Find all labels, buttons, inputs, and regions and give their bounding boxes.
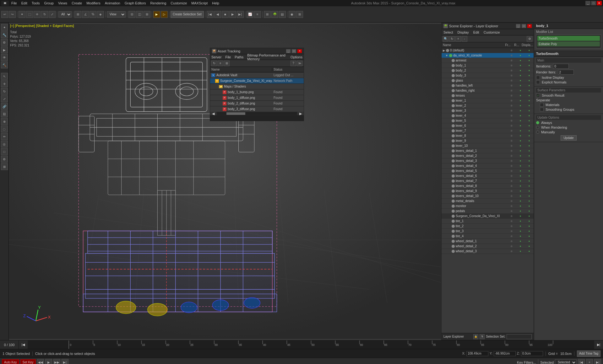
rotate-lt-btn[interactable]: ↻: [1, 88, 8, 95]
at-path-input[interactable]: [210, 115, 304, 121]
se-row-lever_6[interactable]: lever_6 ❄ ● ●: [442, 123, 534, 128]
auto-key-btn[interactable]: Auto Key: [2, 359, 19, 364]
se-row-body_2[interactable]: body_2 ❄ ● ●: [442, 68, 534, 73]
modify-panel-btn[interactable]: 🔧: [1, 31, 8, 38]
app-close-btn[interactable]: ✕: [597, 1, 602, 5]
se-row-lever_9[interactable]: lever_9 ❄ ● ●: [442, 138, 534, 143]
se-row-levers_detail_4[interactable]: levers_detail_4 ❄ ● ●: [442, 163, 534, 169]
rp-smoothing-checkbox[interactable]: [540, 108, 544, 111]
se-menu-customize[interactable]: Customize: [484, 30, 500, 34]
viewport[interactable]: [+] [Perspective] [Shaded + Edged Faces]…: [9, 23, 441, 340]
menu-graph-editors[interactable]: Graph Editors: [123, 1, 148, 5]
at-menu-file[interactable]: File: [225, 55, 231, 59]
x-coord-input[interactable]: [466, 351, 488, 356]
at-minimize-btn[interactable]: _: [286, 49, 291, 53]
se-row-lever_4[interactable]: lever_4 ❄ ● ●: [442, 113, 534, 118]
move-lt-btn[interactable]: ✛: [1, 80, 8, 87]
se-menu-edit[interactable]: Edit: [473, 30, 479, 34]
link-btn[interactable]: 🔗: [1, 103, 8, 110]
undo-btn[interactable]: ↩: [1, 11, 8, 18]
se-row-lever_3[interactable]: lever_3 ❄ ● ●: [442, 108, 534, 113]
quick-render-btn[interactable]: ▷: [161, 11, 168, 18]
se-row-levers_detail_5[interactable]: levers_detail_5 ❄ ● ●: [442, 169, 534, 174]
se-row-davinci[interactable]: ▼ da_vinci_XI_console ❄ ● ●: [442, 53, 534, 58]
se-row-tire_1[interactable]: tire_1 ❄ ● ●: [442, 219, 534, 224]
render-scene-btn[interactable]: ▶: [153, 11, 160, 18]
se-expand-btn[interactable]: +: [455, 36, 461, 42]
utilities-btn[interactable]: 🔨: [1, 62, 8, 68]
se-collapse-btn[interactable]: -: [462, 36, 467, 42]
move-btn[interactable]: ✛: [34, 11, 41, 18]
se-row-wheel_detail_1[interactable]: wheel_detail_1 ❄ ● ●: [442, 239, 534, 244]
scene-explorer-btn[interactable]: 🌳: [271, 11, 278, 18]
rp-manually-radio[interactable]: [536, 131, 539, 134]
key-next-btn[interactable]: ▶▶: [53, 359, 60, 364]
app-minimize-btn[interactable]: _: [585, 1, 590, 5]
at-scrollbar[interactable]: ◀ ▶: [210, 112, 304, 115]
app-restore-btn[interactable]: □: [591, 1, 596, 5]
isolate-btn[interactable]: ◎: [1, 141, 8, 147]
prev-key-btn[interactable]: |◀: [578, 359, 585, 364]
se-row-tire_3[interactable]: tire_3 ❄ ● ●: [442, 229, 534, 234]
se-row-wheel_detail_2[interactable]: wheel_detail_2 ❄ ● ●: [442, 244, 534, 249]
render-to-tex-btn[interactable]: □: [1, 148, 8, 155]
se-row-lever_7[interactable]: lever_7 ❄ ● ●: [442, 128, 534, 133]
paint-select-btn[interactable]: ✏: [1, 133, 8, 140]
at-row-maxfile[interactable]: M Surgeon_Console_Da_Vinci_XI_vray.max N…: [210, 78, 304, 84]
selection-set-input[interactable]: [507, 334, 532, 339]
se-row-levers_detail_6[interactable]: levers_detail_6 ❄ ● ●: [442, 174, 534, 179]
se-row-lever_8[interactable]: lever_8 ❄ ● ●: [442, 133, 534, 138]
select-region-btn[interactable]: ⬚: [26, 11, 33, 18]
rp-materials-checkbox[interactable]: [540, 103, 544, 107]
se-maximize-btn[interactable]: □: [522, 24, 526, 28]
at-row-maps[interactable]: 📁 Maps / Shaders: [210, 84, 304, 89]
se-row-glass[interactable]: glass ❄ ● ●: [442, 78, 534, 83]
rp-smooth-checkbox[interactable]: ✓: [536, 94, 540, 97]
se-row-levers_detail_9[interactable]: levers_detail_9 ❄ ● ●: [442, 189, 534, 194]
se-row-levers_detail_7[interactable]: levers_detail_7 ❄ ● ●: [442, 179, 534, 184]
se-tree[interactable]: ▶ 0 (default) ❄ ● ● ▼ da_vinci_XI_consol…: [442, 48, 534, 333]
motion-btn[interactable]: ▶: [1, 46, 8, 53]
scale-lt-btn[interactable]: ⤢: [1, 95, 8, 102]
menu-animation[interactable]: Animation: [103, 1, 122, 5]
ribbon-btn[interactable]: ▤: [279, 11, 286, 18]
at-menu-bitmap[interactable]: Bitmap Performance and Memory: [247, 53, 287, 61]
at-options-btn[interactable]: ≫: [297, 61, 302, 66]
se-row-metal_details[interactable]: metal_details ❄ ● ●: [442, 199, 534, 204]
align-btn[interactable]: ⊟: [128, 11, 135, 18]
se-minimize-btn[interactable]: _: [516, 24, 520, 28]
se-row-wheel_detail_3[interactable]: wheel_detail_3 ❄ ● ●: [442, 249, 534, 254]
lasso-btn[interactable]: ◌: [1, 126, 8, 132]
at-row-body3diff[interactable]: P body_3_diffuse.png Found: [210, 106, 304, 112]
menu-tools[interactable]: Tools: [30, 1, 42, 5]
angle-snap-btn[interactable]: ∠: [82, 11, 89, 18]
at-menu-server[interactable]: Server: [211, 55, 221, 59]
se-row-pedals[interactable]: pedals ❄ ● ●: [442, 209, 534, 214]
timeline-track[interactable]: 0 5 10 15 20 25 30 35 40 45 50: [28, 340, 594, 349]
last-frame-btn[interactable]: ▶|: [237, 11, 244, 18]
se-row-levers_detail_3[interactable]: levers_detail_3 ❄ ● ●: [442, 158, 534, 163]
select-obj-btn[interactable]: ✦: [19, 11, 25, 18]
add-key-btn[interactable]: +: [586, 359, 593, 364]
se-row-lever_2[interactable]: lever_2 ❄ ● ●: [442, 103, 534, 108]
menu-rendering[interactable]: Rendering: [149, 1, 168, 5]
at-refresh-btn[interactable]: ↻: [211, 61, 217, 66]
unlink-btn[interactable]: ⛓: [1, 110, 8, 117]
rp-editable-poly-item[interactable]: Editable Poly: [537, 41, 600, 46]
y-coord-input[interactable]: [494, 351, 516, 356]
create-panel-btn[interactable]: ✦: [1, 24, 8, 31]
create-selection-btn[interactable]: Create Selection Set: [171, 11, 204, 18]
array-btn[interactable]: ⊞: [144, 11, 150, 18]
menu-create[interactable]: Create: [70, 1, 84, 5]
layer-manager-btn[interactable]: ⊞: [264, 11, 271, 18]
se-row-handles_left[interactable]: handles_left ❄ ● ●: [442, 83, 534, 88]
se-row-levers_detail_8[interactable]: levers_detail_8 ❄ ● ●: [442, 184, 534, 189]
play-btn[interactable]: |◀: [207, 11, 214, 18]
rp-iterations-input[interactable]: [553, 64, 569, 69]
at-help-btn[interactable]: ?: [291, 61, 296, 66]
key-play-btn[interactable]: ▶: [45, 359, 52, 364]
menu-help[interactable]: Help: [210, 1, 221, 5]
se-settings-btn[interactable]: ⚙: [527, 36, 532, 42]
se-row-tire_4[interactable]: tire_4 ❄ ● ●: [442, 234, 534, 239]
se-refresh-btn[interactable]: ↻: [449, 36, 455, 42]
